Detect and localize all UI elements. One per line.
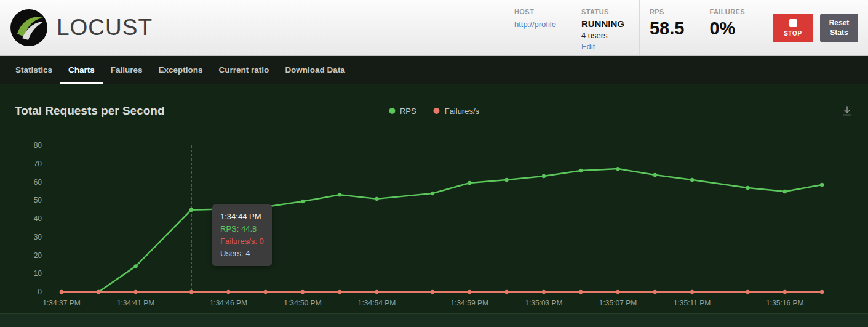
download-chart-icon[interactable] [841,105,853,117]
edit-users-link[interactable]: Edit [581,42,595,51]
tab-current-ratio[interactable]: Current ratio [211,56,277,84]
stop-square-icon [789,19,797,27]
locust-logo-icon [10,9,48,47]
legend-rps-label: RPS [400,107,416,116]
tab-failures[interactable]: Failures [103,56,151,84]
svg-text:1:35:03 PM: 1:35:03 PM [525,299,562,307]
svg-text:1:34:37 PM: 1:34:37 PM [42,299,80,307]
nav-tabs: Statistics Charts Failures Exceptions Cu… [0,56,868,84]
next-chart-strip [0,313,868,327]
svg-text:60: 60 [34,178,42,187]
svg-text:1:34:54 PM: 1:34:54 PM [358,299,396,307]
tab-charts[interactable]: Charts [60,56,103,84]
svg-text:1:35:07 PM: 1:35:07 PM [599,299,637,307]
tooltip-failures: Failures/s: 0 [220,235,264,248]
host-link[interactable]: http://profile [514,20,556,29]
tooltip-rps: RPS: 44.8 [220,223,264,235]
chart-title: Total Requests per Second [15,104,165,118]
tab-exceptions[interactable]: Exceptions [151,56,211,84]
svg-text:10: 10 [34,269,42,278]
svg-text:40: 40 [34,214,42,223]
tooltip-time: 1:34:44 PM [220,211,264,223]
app-title: LOCUST [57,15,153,41]
rps-line-chart[interactable]: 010203040506070801:34:37 PM1:34:41 PM1:3… [0,138,868,313]
rps-label: RPS [650,8,684,15]
svg-text:0: 0 [38,288,42,296]
host-cell: HOST http://profile [504,0,571,55]
chart-panel-header: Total Requests per Second RPS Failures/s [0,92,868,129]
stop-button[interactable]: STOP [773,14,813,42]
header-info-cells: HOST http://profile STATUS RUNNING 4 use… [504,0,868,55]
status-value: RUNNING [581,18,624,29]
brand: LOCUST [0,0,504,55]
svg-text:30: 30 [34,233,42,241]
tab-download-data[interactable]: Download Data [277,56,353,84]
rps-dot-icon [389,108,395,114]
header: LOCUST HOST http://profile STATUS RUNNIN… [0,0,868,56]
tab-statistics[interactable]: Statistics [7,56,60,84]
failures-cell: FAILURES 0% [699,0,760,55]
status-cell: STATUS RUNNING 4 users Edit [571,0,639,55]
svg-text:50: 50 [34,196,42,204]
svg-text:80: 80 [34,141,42,150]
chart-body: 010203040506070801:34:37 PM1:34:41 PM1:3… [0,138,868,313]
svg-text:1:35:11 PM: 1:35:11 PM [674,299,711,307]
legend-failures[interactable]: Failures/s [434,107,479,116]
stop-button-label: STOP [784,30,802,37]
failures-label: FAILURES [709,8,745,15]
failures-dot-icon [434,108,440,114]
svg-text:1:34:59 PM: 1:34:59 PM [451,299,488,307]
svg-text:1:35:16 PM: 1:35:16 PM [766,299,803,307]
svg-text:20: 20 [34,251,42,260]
failures-value: 0% [709,18,745,39]
host-label: HOST [514,8,556,15]
tooltip-users: Users: 4 [220,248,264,260]
reset-stats-button[interactable]: Reset Stats [820,14,858,42]
charts-area: Total Requests per Second RPS Failures/s [0,84,868,327]
rps-chart-panel: Total Requests per Second RPS Failures/s [0,92,868,313]
chart-legend: RPS Failures/s [389,107,479,116]
svg-text:1:34:46 PM: 1:34:46 PM [210,299,247,307]
svg-text:1:34:41 PM: 1:34:41 PM [117,299,154,307]
svg-text:1:34:50 PM: 1:34:50 PM [284,299,321,307]
rps-value: 58.5 [650,18,684,39]
status-label: STATUS [581,8,624,15]
svg-text:70: 70 [34,159,42,168]
locust-app: LOCUST HOST http://profile STATUS RUNNIN… [0,0,868,327]
legend-failures-label: Failures/s [445,107,479,116]
chart-tooltip: 1:34:44 PM RPS: 44.8 Failures/s: 0 Users… [212,204,272,266]
legend-rps[interactable]: RPS [389,107,416,116]
rps-cell: RPS 58.5 [639,0,699,55]
header-buttons: STOP Reset Stats [760,0,868,55]
status-user-count: 4 users [581,31,624,40]
